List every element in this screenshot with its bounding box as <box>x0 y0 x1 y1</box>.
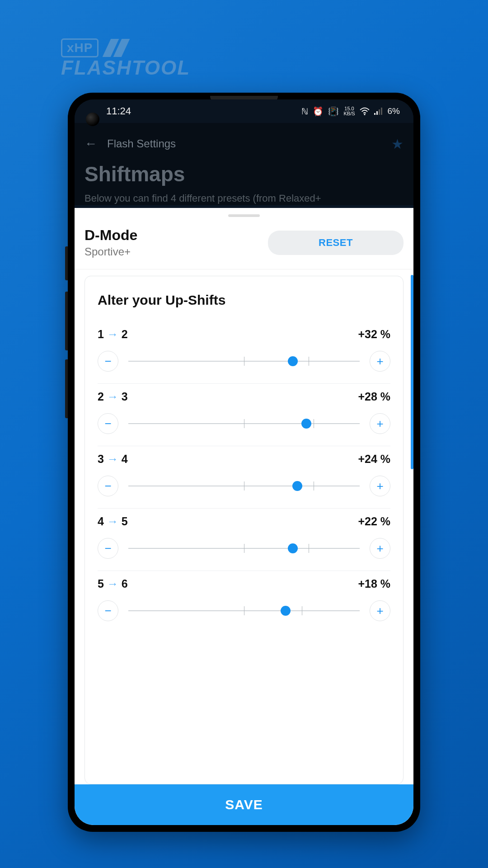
decrease-button[interactable]: − <box>98 538 118 559</box>
page-title: Shiftmaps <box>84 162 404 186</box>
background-dimmed: ← Flash Settings ★ Shiftmaps Below you c… <box>75 123 413 205</box>
shift-label: 2 → 3 <box>98 390 128 403</box>
vibrate-icon: 📳 <box>328 106 339 117</box>
svg-rect-4 <box>381 108 382 115</box>
arrow-right-icon: → <box>107 453 122 465</box>
shift-label: 1 → 2 <box>98 328 128 341</box>
back-arrow-icon[interactable]: ← <box>84 137 97 151</box>
shift-row: 3 → 4 +24 % − + <box>98 446 390 509</box>
slider-thumb[interactable] <box>288 356 298 366</box>
shift-percent: +28 % <box>358 390 390 403</box>
arrow-right-icon: → <box>107 515 122 528</box>
decrease-button[interactable]: − <box>98 413 118 434</box>
shift-slider[interactable] <box>128 606 360 615</box>
scrollbar-thumb[interactable] <box>411 275 413 469</box>
shift-percent: +32 % <box>358 328 390 341</box>
wifi-icon <box>360 107 370 115</box>
shift-percent: +24 % <box>358 453 390 466</box>
svg-rect-2 <box>376 111 378 115</box>
nfc-icon: ℕ <box>301 106 308 117</box>
logo-text: FLASHTOOL <box>61 57 190 79</box>
shift-row: 5 → 6 +18 % − + <box>98 571 390 633</box>
reset-button[interactable]: RESET <box>268 231 404 255</box>
mode-title: D-Mode <box>84 227 137 244</box>
card-title: Alter your Up-Shifts <box>98 292 390 308</box>
favorite-star-icon[interactable]: ★ <box>391 136 404 152</box>
phone-frame: 11:24 ℕ ⏰ 📳 15.0 KB/S <box>68 93 420 832</box>
shift-row: 4 → 5 +22 % − + <box>98 509 390 571</box>
status-bar: 11:24 ℕ ⏰ 📳 15.0 KB/S <box>75 99 413 123</box>
network-speed: 15.0 KB/S <box>343 106 355 116</box>
mode-subtitle: Sportive+ <box>84 245 137 258</box>
bottom-sheet: D-Mode Sportive+ RESET Alter your Up-Shi… <box>75 208 413 825</box>
sheet-drag-handle[interactable] <box>228 214 260 217</box>
decrease-button[interactable]: − <box>98 351 118 372</box>
alarm-icon: ⏰ <box>313 106 324 117</box>
decrease-button[interactable]: − <box>98 476 118 496</box>
shift-slider[interactable] <box>128 357 360 366</box>
shift-label: 3 → 4 <box>98 453 128 466</box>
slider-thumb[interactable] <box>301 419 311 429</box>
increase-button[interactable]: + <box>370 600 390 621</box>
shift-row: 1 → 2 +32 % − + <box>98 321 390 384</box>
shift-slider[interactable] <box>128 419 360 428</box>
arrow-right-icon: → <box>107 577 122 590</box>
svg-rect-1 <box>374 113 375 115</box>
slider-thumb[interactable] <box>281 606 291 616</box>
shift-row: 2 → 3 +28 % − + <box>98 384 390 446</box>
shift-percent: +18 % <box>358 577 390 590</box>
shift-label: 4 → 5 <box>98 515 128 528</box>
increase-button[interactable]: + <box>370 413 390 434</box>
svg-point-0 <box>364 114 365 115</box>
arrow-right-icon: → <box>107 390 122 403</box>
increase-button[interactable]: + <box>370 538 390 559</box>
increase-button[interactable]: + <box>370 351 390 372</box>
logo-badge: xHP <box>61 38 99 57</box>
brand-logo: xHP FLASHTOOL <box>61 38 190 79</box>
slider-thumb[interactable] <box>292 481 302 491</box>
page-subtitle: Below you can find 4 different presets (… <box>84 192 404 205</box>
shift-slider[interactable] <box>128 481 360 491</box>
arrow-right-icon: → <box>107 328 122 340</box>
slider-thumb[interactable] <box>288 543 298 553</box>
appbar-title: Flash Settings <box>107 137 381 150</box>
shift-percent: +22 % <box>358 515 390 528</box>
battery-percent: 6% <box>388 106 400 116</box>
decrease-button[interactable]: − <box>98 600 118 621</box>
camera-hole <box>86 113 99 126</box>
shift-label: 5 → 6 <box>98 577 128 590</box>
save-button[interactable]: SAVE <box>75 784 413 825</box>
svg-rect-3 <box>379 109 380 115</box>
status-time: 11:24 <box>106 105 131 117</box>
increase-button[interactable]: + <box>370 476 390 496</box>
upshifts-card: Alter your Up-Shifts 1 → 2 +32 % − + 2 <box>84 276 404 784</box>
shift-slider[interactable] <box>128 544 360 553</box>
signal-icon <box>374 108 383 115</box>
